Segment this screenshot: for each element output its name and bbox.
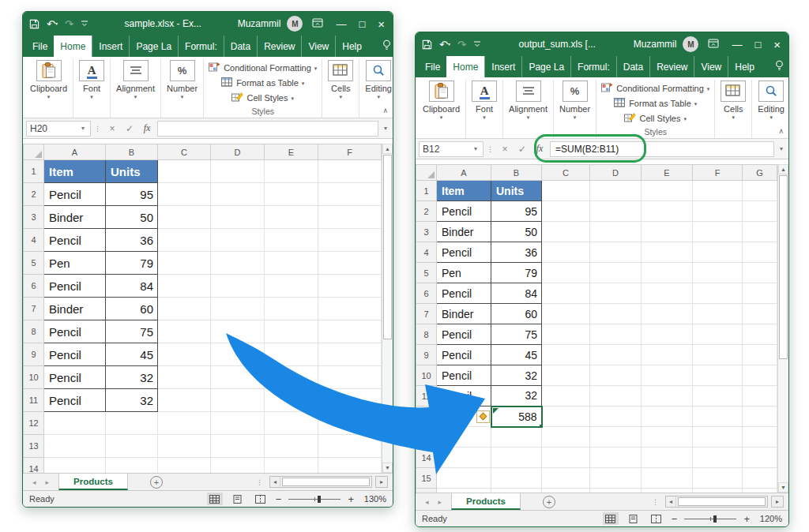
ribbon-group-clipboard[interactable]: Clipboard ▾ xyxy=(24,59,73,118)
cell-F13[interactable] xyxy=(693,427,743,448)
cell-B5[interactable]: 79 xyxy=(491,263,542,283)
ribbon-tab-page-la[interactable]: Page La xyxy=(521,56,570,77)
scroll-right-icon[interactable]: ▸ xyxy=(375,476,388,488)
cell-B9[interactable]: 45 xyxy=(491,345,542,365)
cell-A5[interactable]: Pen xyxy=(44,252,106,275)
row-header-8[interactable]: 8 xyxy=(24,320,44,343)
cell-A7[interactable]: Binder xyxy=(44,298,106,320)
cell-C3[interactable] xyxy=(542,222,590,242)
cell-F8[interactable] xyxy=(318,320,382,343)
cell-D3[interactable] xyxy=(590,222,642,242)
cell-C6[interactable] xyxy=(158,275,211,298)
cell-C12[interactable] xyxy=(542,406,590,427)
cell-G10[interactable] xyxy=(743,365,777,386)
cell-G2[interactable] xyxy=(743,201,777,222)
cell-A3[interactable]: Binder xyxy=(437,222,491,242)
cell-D5[interactable] xyxy=(211,252,265,275)
cell-G8[interactable] xyxy=(743,324,777,345)
cell-C6[interactable] xyxy=(542,283,590,304)
cell-C10[interactable] xyxy=(542,365,590,386)
cell-A12[interactable] xyxy=(44,412,106,435)
cell-F7[interactable] xyxy=(693,304,743,324)
cell-C5[interactable] xyxy=(158,252,211,275)
sheet-tab-products[interactable]: Products xyxy=(451,493,521,510)
ribbon-group-font[interactable]: A Font ▾ xyxy=(73,59,111,118)
cell-C14[interactable] xyxy=(158,458,211,474)
sheet-tab-products[interactable]: Products xyxy=(58,474,128,490)
cell-C14[interactable] xyxy=(542,448,590,468)
cell-F6[interactable] xyxy=(693,283,743,304)
zoom-in-button[interactable]: + xyxy=(743,513,750,525)
cell-D2[interactable] xyxy=(211,183,265,206)
cell-F1[interactable] xyxy=(693,181,743,201)
cell-D4[interactable] xyxy=(590,242,642,263)
vertical-scrollbar[interactable]: ▲ ▼ xyxy=(777,164,788,493)
row-header-10[interactable]: 10 xyxy=(24,366,44,389)
cell-B4[interactable]: 36 xyxy=(491,242,542,263)
close-button[interactable]: × xyxy=(773,38,781,51)
cell-B15[interactable] xyxy=(491,468,542,489)
cell-F14[interactable] xyxy=(693,448,743,468)
cancel-icon[interactable]: × xyxy=(498,144,512,155)
cell-E3[interactable] xyxy=(265,206,318,229)
cell-B8[interactable]: 75 xyxy=(491,324,542,345)
cell-B13[interactable] xyxy=(491,427,542,448)
ribbon-group-cells[interactable]: Cells ▾ xyxy=(322,59,359,118)
cell-A13[interactable] xyxy=(44,435,106,458)
ribbon-tab-file[interactable]: File xyxy=(26,36,54,57)
cell-E15[interactable] xyxy=(642,468,693,489)
scroll-down-icon[interactable]: ▼ xyxy=(778,482,788,493)
col-header-G[interactable]: G xyxy=(743,165,777,181)
cell-C13[interactable] xyxy=(158,435,211,458)
cell-F12[interactable] xyxy=(318,412,382,435)
row-header-2[interactable]: 2 xyxy=(24,183,44,206)
cell-B12[interactable] xyxy=(106,412,158,435)
cell-C2[interactable] xyxy=(542,201,590,222)
cell-C4[interactable] xyxy=(542,242,590,263)
cell-C13[interactable] xyxy=(542,427,590,448)
cell-D8[interactable] xyxy=(211,320,265,343)
cell-F15[interactable] xyxy=(693,468,743,489)
cell-G15[interactable] xyxy=(743,468,777,489)
cell-B9[interactable]: 45 xyxy=(106,343,158,366)
name-box[interactable]: B12▾ xyxy=(419,141,484,157)
cell-E7[interactable] xyxy=(642,304,693,324)
cell-F1[interactable] xyxy=(318,160,382,183)
cell-B16[interactable] xyxy=(491,489,542,493)
col-header-E[interactable]: E xyxy=(642,165,693,181)
col-header-D[interactable]: D xyxy=(211,144,265,160)
save-icon[interactable] xyxy=(29,19,40,29)
cell-E6[interactable] xyxy=(642,283,693,304)
enter-icon[interactable]: ✓ xyxy=(122,123,137,134)
enter-icon[interactable]: ✓ xyxy=(515,144,529,155)
ribbon-tab-data[interactable]: Data xyxy=(224,36,257,57)
col-header-C[interactable]: C xyxy=(158,144,211,160)
maximize-button[interactable]: □ xyxy=(754,39,761,51)
cell-G13[interactable] xyxy=(743,427,777,448)
cell-C16[interactable] xyxy=(542,489,590,493)
close-button[interactable]: × xyxy=(378,17,385,31)
cell-D15[interactable] xyxy=(590,468,642,489)
cell-A16[interactable] xyxy=(437,489,491,493)
avatar[interactable]: M xyxy=(683,36,698,52)
cell-C15[interactable] xyxy=(542,468,590,489)
styles-item-format-as-table[interactable]: Format as Table ▾ xyxy=(614,96,697,111)
customize-qat-icon[interactable] xyxy=(473,40,481,48)
formula-input[interactable]: =SUM(B2:B11) xyxy=(550,141,774,157)
collapse-ribbon-icon[interactable]: ∧ xyxy=(778,127,784,135)
add-sheet-button[interactable]: + xyxy=(543,496,555,508)
cell-D8[interactable] xyxy=(590,324,642,345)
cell-D2[interactable] xyxy=(590,201,642,222)
account-name[interactable]: Muzammil xyxy=(238,18,281,29)
row-header-5[interactable]: 5 xyxy=(416,263,437,283)
horizontal-scrollbar[interactable]: ◂ xyxy=(269,476,372,488)
tell-me[interactable]: Tell me xyxy=(769,56,789,77)
cell-B10[interactable]: 32 xyxy=(491,365,542,386)
cell-E4[interactable] xyxy=(265,229,318,252)
cell-A12[interactable] xyxy=(437,406,491,427)
row-header-14[interactable]: 14 xyxy=(24,458,44,474)
col-header-E[interactable]: E xyxy=(265,144,318,160)
cell-G1[interactable] xyxy=(743,181,777,201)
scroll-left-icon[interactable]: ◂ xyxy=(666,496,676,507)
cell-B2[interactable]: 95 xyxy=(491,201,542,222)
